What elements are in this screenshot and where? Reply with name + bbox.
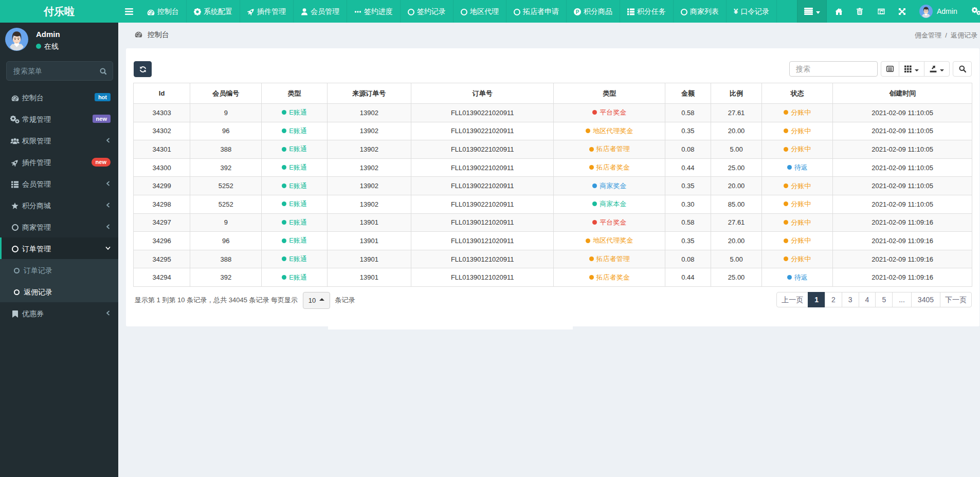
svg-text:P: P xyxy=(576,9,579,14)
